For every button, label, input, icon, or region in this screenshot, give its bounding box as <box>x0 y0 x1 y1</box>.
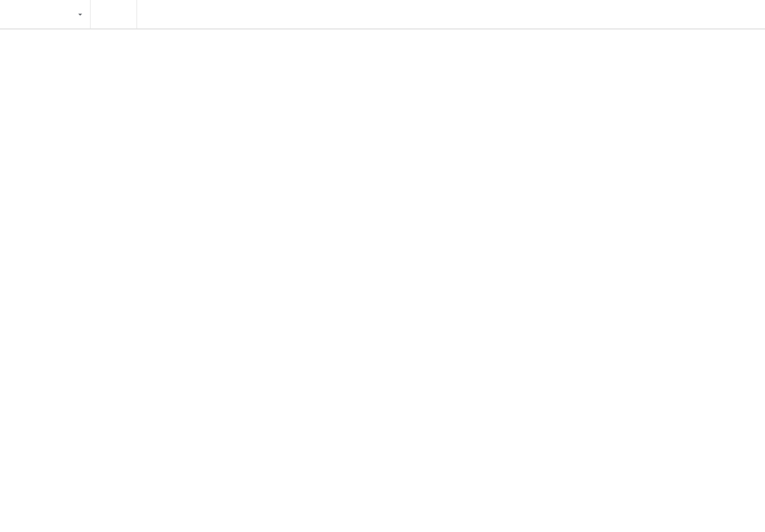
name-box[interactable] <box>0 0 91 28</box>
fx-icon <box>91 0 137 28</box>
formula-input[interactable] <box>137 0 765 28</box>
name-box-dropdown-icon[interactable] <box>76 10 85 19</box>
spreadsheet-grid[interactable] <box>0 29 765 29</box>
formula-bar <box>0 0 765 29</box>
